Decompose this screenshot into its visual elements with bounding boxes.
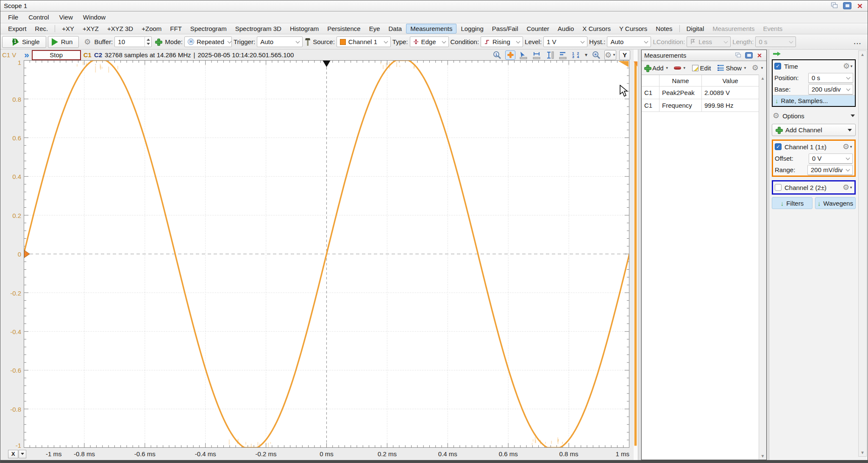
measurements-scrollbar[interactable]: ▲ ▼	[759, 75, 766, 460]
remove-dropdown-icon[interactable]: ▼	[683, 66, 686, 70]
maximize-window-icon[interactable]	[843, 2, 851, 9]
layout-1234-icon[interactable]: 1 2 3 4	[571, 50, 581, 60]
tab-measurements[interactable]: Measurements	[406, 24, 456, 33]
restore-window-icon[interactable]	[830, 2, 839, 9]
menu-window[interactable]: Window	[78, 12, 111, 22]
position-select[interactable]: 0 s	[808, 73, 853, 83]
horizontal-measure-icon[interactable]	[531, 50, 542, 60]
tab-passfail[interactable]: Pass/Fail	[488, 24, 523, 33]
tab-xy[interactable]: +XY	[58, 24, 78, 33]
buffer-spinner[interactable]: 10	[114, 36, 152, 47]
channel1-gear-icon[interactable]: ⚙	[843, 143, 849, 151]
tab-xyz3d[interactable]: +XYZ 3D	[103, 24, 137, 33]
channel2-enabled-checkbox[interactable]	[775, 184, 782, 191]
tab-spectrogram3d[interactable]: Spectrogram 3D	[231, 24, 286, 33]
trigger-select[interactable]: Auto	[257, 36, 303, 47]
offset-select[interactable]: 0 V	[809, 153, 853, 164]
tab-ycursors[interactable]: Y Cursors	[615, 24, 651, 33]
tab-export[interactable]: Export	[4, 24, 31, 33]
controls-scrollbar[interactable]: ▲ ▼	[858, 50, 867, 457]
x-axis-button[interactable]: X	[8, 450, 18, 458]
add-measurement-icon[interactable]	[644, 65, 651, 71]
tab-persistence[interactable]: Persistence	[323, 24, 364, 33]
tab-logging[interactable]: Logging	[456, 24, 487, 33]
table-row[interactable]: C1 Frequency 999.98 Hz	[642, 99, 759, 112]
add-acquisition-icon[interactable]	[155, 39, 161, 45]
menu-view[interactable]: View	[54, 12, 78, 22]
tab-data[interactable]: Data	[384, 24, 406, 33]
trigger-hammer-icon[interactable]	[304, 38, 311, 46]
run-button[interactable]: Run	[48, 36, 79, 48]
tab-spectrogram[interactable]: Spectrogram	[186, 24, 231, 33]
show-dropdown-icon[interactable]: ▼	[743, 66, 747, 70]
tab-xcursors[interactable]: X Cursors	[578, 24, 615, 33]
oscilloscope-plot[interactable]	[24, 60, 629, 448]
remove-measurement-icon[interactable]	[674, 67, 681, 70]
gear-dropdown-icon[interactable]: ▼	[760, 66, 764, 70]
channel2-gear-dropdown-icon[interactable]: ▼	[849, 186, 853, 190]
plot-settings-button[interactable]: ⚙▼	[604, 50, 616, 60]
single-button[interactable]: 1 Single	[2, 36, 46, 48]
zoom-fit-icon[interactable]: ✳	[591, 50, 601, 60]
type-select[interactable]: Edge	[410, 36, 449, 47]
more-options-button[interactable]: ...	[854, 38, 866, 45]
base-select[interactable]: 200 us/div	[808, 84, 853, 95]
menu-control[interactable]: Control	[23, 12, 54, 22]
options-row[interactable]: ⚙ Options	[772, 110, 856, 121]
channel1-tab[interactable]: C1	[83, 51, 92, 59]
scroll-up-icon[interactable]: ▲	[860, 52, 865, 57]
spinner-arrows-icon[interactable]	[145, 37, 151, 47]
show-label[interactable]: Show	[726, 64, 742, 72]
tab-digital[interactable]: Digital	[682, 24, 709, 33]
track-cursor-icon[interactable]	[505, 50, 515, 60]
edit-measurement-icon[interactable]	[692, 65, 698, 71]
y-axis-button[interactable]: Y	[619, 50, 630, 60]
add-dropdown-icon[interactable]: ▼	[665, 66, 669, 70]
time-enabled-checkbox[interactable]: ✓	[774, 63, 781, 70]
collapse-panel-arrow-icon[interactable]	[773, 51, 781, 56]
rate-samples-button[interactable]: ↓ Rate, Samples...	[773, 95, 855, 106]
source-select[interactable]: Channel 1	[337, 36, 391, 47]
level-select[interactable]: 1 V	[543, 36, 587, 47]
condition-select[interactable]: Rising	[481, 36, 523, 47]
stop-button[interactable]: Stop	[32, 50, 81, 60]
zoom-1-icon[interactable]: 1	[492, 50, 502, 60]
float-panel-icon[interactable]	[735, 52, 742, 58]
expand-chevrons-icon[interactable]: »	[24, 50, 29, 59]
time-gear-icon[interactable]: ⚙	[843, 62, 850, 70]
tab-histogram[interactable]: Histogram	[286, 24, 323, 33]
menu-file[interactable]: File	[3, 12, 23, 22]
range-select[interactable]: 200 mV/div	[807, 165, 853, 175]
tab-rec[interactable]: Rec.	[31, 24, 52, 33]
waveform-canvas[interactable]	[24, 60, 629, 448]
tab-counter[interactable]: Counter	[522, 24, 553, 33]
table-row[interactable]: C1 Peak2Peak 2.0089 V	[642, 86, 759, 99]
channel2-gear-icon[interactable]: ⚙	[843, 184, 849, 191]
close-panel-icon[interactable]: ×	[755, 52, 764, 59]
tab-zoom[interactable]: +Zoom	[137, 24, 166, 33]
tab-fft[interactable]: FFT	[166, 24, 186, 33]
channel1-enabled-checkbox[interactable]: ✓	[775, 143, 782, 150]
tab-notes[interactable]: Notes	[651, 24, 676, 33]
vertical-measure-icon[interactable]	[545, 50, 555, 60]
buffer-gear-icon[interactable]: ⚙	[84, 38, 91, 46]
hysteresis-select[interactable]: Auto	[607, 36, 651, 47]
scroll-down-icon[interactable]: ▼	[761, 454, 765, 458]
scroll-down-icon[interactable]: ▼	[860, 450, 865, 455]
dock-panel-icon[interactable]	[745, 52, 753, 59]
time-gear-dropdown-icon[interactable]: ▼	[850, 64, 853, 68]
level-measure-icon[interactable]	[558, 50, 568, 60]
mode-select[interactable]: H Repeated	[184, 36, 232, 47]
panel-splitter[interactable]	[638, 50, 641, 460]
add-channel-button[interactable]: Add Channel	[772, 124, 856, 136]
pointer-measure-icon[interactable]	[518, 50, 529, 60]
tab-audio[interactable]: Audio	[554, 24, 578, 33]
layout-dropdown-icon[interactable]: ▼	[584, 53, 588, 57]
channel1-gear-dropdown-icon[interactable]: ▼	[849, 145, 853, 149]
channel2-tab[interactable]: C2	[94, 51, 102, 59]
scroll-up-icon[interactable]: ▲	[761, 76, 765, 81]
filters-button[interactable]: ↓ Filters	[772, 197, 812, 209]
add-measurement-label[interactable]: Add	[652, 64, 664, 72]
close-window-icon[interactable]: ×	[856, 2, 864, 9]
edit-label[interactable]: Edit	[700, 64, 711, 72]
